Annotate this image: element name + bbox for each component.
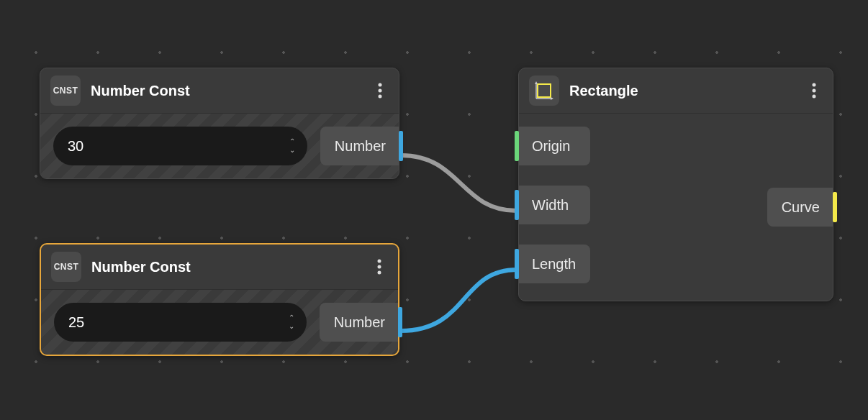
svg-point-0 <box>379 83 382 87</box>
node-title: Number Const <box>91 83 361 99</box>
svg-point-2 <box>379 95 382 99</box>
port-strip-icon[interactable] <box>515 131 519 161</box>
node-number-const-2[interactable]: CNST Number Const 25 ⌃ ⌄ Number <box>40 243 399 356</box>
node-header[interactable]: CNST Number Const <box>41 245 398 290</box>
output-port-label: Curve <box>782 199 820 216</box>
svg-point-3 <box>378 260 381 263</box>
stepper-up-icon[interactable]: ⌃ <box>286 314 297 321</box>
node-title: Number Const <box>91 259 361 275</box>
node-canvas[interactable]: CNST Number Const 30 ⌃ ⌄ Number <box>0 0 868 420</box>
port-strip-icon[interactable] <box>515 249 519 279</box>
svg-point-12 <box>813 89 816 93</box>
svg-point-5 <box>378 271 381 275</box>
output-port-curve[interactable]: Curve <box>767 188 833 227</box>
rectangle-icon <box>529 76 559 106</box>
svg-rect-6 <box>538 84 551 97</box>
number-value: 25 <box>68 314 84 331</box>
node-menu-button[interactable] <box>805 82 823 99</box>
input-port-label: Width <box>532 197 569 214</box>
node-menu-button[interactable] <box>371 258 388 275</box>
input-port-label: Origin <box>532 138 570 155</box>
svg-point-1 <box>379 89 382 93</box>
cnst-badge-icon: CNST <box>50 76 81 106</box>
svg-point-13 <box>813 95 816 99</box>
output-port-label: Number <box>334 314 385 331</box>
node-title: Rectangle <box>569 83 795 99</box>
node-header[interactable]: Rectangle <box>519 68 833 114</box>
svg-point-4 <box>378 265 381 269</box>
cnst-badge-icon: CNST <box>51 252 81 282</box>
node-body: 25 ⌃ ⌄ Number <box>41 290 398 355</box>
output-port-label: Number <box>335 138 386 155</box>
number-value-input[interactable]: 30 ⌃ ⌄ <box>53 127 307 165</box>
input-port-origin[interactable]: Origin <box>519 127 590 165</box>
input-port-length[interactable]: Length <box>519 245 590 283</box>
port-strip-icon[interactable] <box>515 190 519 220</box>
node-body: 30 ⌃ ⌄ Number <box>40 114 399 178</box>
node-number-const-1[interactable]: CNST Number Const 30 ⌃ ⌄ Number <box>40 68 399 179</box>
output-port-number[interactable]: Number <box>320 127 399 165</box>
port-strip-icon[interactable] <box>833 192 837 222</box>
svg-point-11 <box>813 83 816 87</box>
number-stepper[interactable]: ⌃ ⌄ <box>287 138 297 154</box>
stepper-up-icon[interactable]: ⌃ <box>287 138 297 145</box>
number-stepper[interactable]: ⌃ ⌄ <box>286 314 297 330</box>
port-strip-icon[interactable] <box>399 131 403 161</box>
output-port-number[interactable]: Number <box>320 303 398 342</box>
input-port-label: Length <box>532 256 576 273</box>
svg-marker-10 <box>551 97 553 100</box>
node-rectangle[interactable]: Rectangle Origin Width Length <box>518 68 833 301</box>
input-port-width[interactable]: Width <box>519 186 590 224</box>
node-body: Origin Width Length Curve <box>519 114 833 301</box>
number-value-input[interactable]: 25 ⌃ ⌄ <box>54 303 307 342</box>
stepper-down-icon[interactable]: ⌄ <box>287 147 297 154</box>
node-header[interactable]: CNST Number Const <box>40 68 399 114</box>
svg-marker-9 <box>535 81 538 84</box>
port-strip-icon[interactable] <box>398 307 402 337</box>
node-menu-button[interactable] <box>371 82 389 99</box>
number-value: 30 <box>68 138 83 155</box>
stepper-down-icon[interactable]: ⌄ <box>286 323 297 330</box>
